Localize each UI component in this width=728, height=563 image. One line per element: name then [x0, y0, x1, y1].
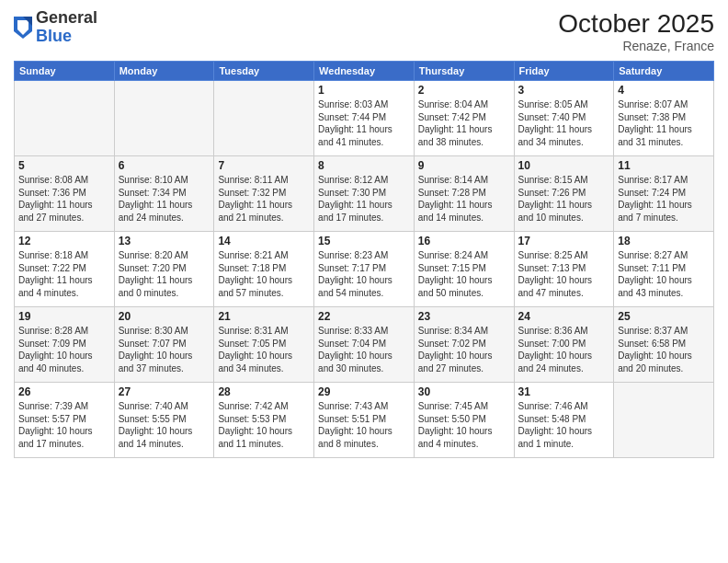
- table-row: 4Sunrise: 8:07 AM Sunset: 7:38 PM Daylig…: [614, 81, 714, 156]
- page: General Blue October 2025 Renaze, France…: [0, 0, 728, 563]
- month-title: October 2025: [558, 9, 714, 39]
- header-thursday: Thursday: [414, 62, 514, 81]
- day-info: Sunrise: 8:27 AM Sunset: 7:11 PM Dayligh…: [618, 249, 710, 299]
- table-row: 12Sunrise: 8:18 AM Sunset: 7:22 PM Dayli…: [15, 232, 115, 307]
- table-row: 19Sunrise: 8:28 AM Sunset: 7:09 PM Dayli…: [15, 307, 115, 383]
- table-row: [214, 81, 314, 156]
- header-tuesday: Tuesday: [214, 62, 314, 81]
- day-info: Sunrise: 8:34 AM Sunset: 7:02 PM Dayligh…: [418, 325, 510, 374]
- day-number: 13: [119, 235, 210, 247]
- day-info: Sunrise: 8:03 AM Sunset: 7:44 PM Dayligh…: [318, 98, 410, 148]
- day-number: 9: [418, 159, 510, 172]
- logo: General Blue: [14, 9, 97, 46]
- table-row: 13Sunrise: 8:20 AM Sunset: 7:20 PM Dayli…: [114, 232, 214, 307]
- day-info: Sunrise: 8:21 AM Sunset: 7:18 PM Dayligh…: [218, 249, 310, 299]
- day-number: 25: [618, 310, 710, 323]
- day-info: Sunrise: 8:10 AM Sunset: 7:34 PM Dayligh…: [119, 174, 210, 224]
- day-info: Sunrise: 8:24 AM Sunset: 7:15 PM Dayligh…: [418, 249, 510, 299]
- header-saturday: Saturday: [614, 62, 714, 81]
- table-row: 25Sunrise: 8:37 AM Sunset: 6:58 PM Dayli…: [614, 307, 714, 383]
- calendar-week-row: 26Sunrise: 7:39 AM Sunset: 5:57 PM Dayli…: [15, 383, 714, 458]
- table-row: 9Sunrise: 8:14 AM Sunset: 7:28 PM Daylig…: [414, 156, 514, 232]
- day-info: Sunrise: 8:11 AM Sunset: 7:32 PM Dayligh…: [218, 174, 310, 224]
- day-number: 27: [119, 385, 210, 398]
- day-info: Sunrise: 7:42 AM Sunset: 5:53 PM Dayligh…: [218, 400, 310, 450]
- day-info: Sunrise: 8:05 AM Sunset: 7:40 PM Dayligh…: [518, 98, 610, 148]
- day-info: Sunrise: 8:30 AM Sunset: 7:07 PM Dayligh…: [119, 325, 210, 374]
- calendar-week-row: 12Sunrise: 8:18 AM Sunset: 7:22 PM Dayli…: [15, 232, 714, 307]
- day-number: 6: [119, 159, 210, 172]
- day-number: 23: [418, 310, 510, 323]
- table-row: 16Sunrise: 8:24 AM Sunset: 7:15 PM Dayli…: [414, 232, 514, 307]
- day-number: 30: [418, 385, 510, 398]
- day-info: Sunrise: 7:45 AM Sunset: 5:50 PM Dayligh…: [418, 400, 510, 450]
- day-number: 21: [218, 310, 310, 323]
- header-wednesday: Wednesday: [314, 62, 415, 81]
- day-info: Sunrise: 7:40 AM Sunset: 5:55 PM Dayligh…: [119, 400, 210, 450]
- header: General Blue October 2025 Renaze, France: [14, 9, 714, 53]
- table-row: 11Sunrise: 8:17 AM Sunset: 7:24 PM Dayli…: [614, 156, 714, 232]
- day-number: 11: [618, 159, 710, 172]
- table-row: 5Sunrise: 8:08 AM Sunset: 7:36 PM Daylig…: [15, 156, 115, 232]
- day-info: Sunrise: 8:17 AM Sunset: 7:24 PM Dayligh…: [618, 174, 710, 224]
- day-number: 16: [418, 235, 510, 247]
- day-info: Sunrise: 8:23 AM Sunset: 7:17 PM Dayligh…: [318, 249, 410, 299]
- calendar-week-row: 1Sunrise: 8:03 AM Sunset: 7:44 PM Daylig…: [15, 81, 714, 156]
- day-info: Sunrise: 8:18 AM Sunset: 7:22 PM Dayligh…: [18, 249, 110, 299]
- day-number: 28: [218, 385, 310, 398]
- table-row: 17Sunrise: 8:25 AM Sunset: 7:13 PM Dayli…: [514, 232, 614, 307]
- calendar-header-row: Sunday Monday Tuesday Wednesday Thursday…: [15, 62, 714, 81]
- day-number: 24: [518, 310, 610, 323]
- day-info: Sunrise: 8:37 AM Sunset: 6:58 PM Dayligh…: [618, 325, 710, 374]
- day-number: 10: [518, 159, 610, 172]
- table-row: 3Sunrise: 8:05 AM Sunset: 7:40 PM Daylig…: [514, 81, 614, 156]
- day-info: Sunrise: 8:12 AM Sunset: 7:30 PM Dayligh…: [318, 174, 410, 224]
- table-row: 20Sunrise: 8:30 AM Sunset: 7:07 PM Dayli…: [114, 307, 214, 383]
- day-number: 15: [318, 235, 410, 247]
- day-info: Sunrise: 7:43 AM Sunset: 5:51 PM Dayligh…: [318, 400, 410, 450]
- day-info: Sunrise: 8:36 AM Sunset: 7:00 PM Dayligh…: [518, 325, 610, 374]
- table-row: 21Sunrise: 8:31 AM Sunset: 7:05 PM Dayli…: [214, 307, 314, 383]
- logo-general-text: General: [36, 8, 97, 27]
- day-number: 12: [18, 235, 110, 247]
- header-sunday: Sunday: [15, 62, 115, 81]
- day-info: Sunrise: 8:07 AM Sunset: 7:38 PM Dayligh…: [618, 98, 710, 148]
- day-number: 29: [318, 385, 410, 398]
- day-number: 1: [318, 84, 410, 97]
- table-row: 26Sunrise: 7:39 AM Sunset: 5:57 PM Dayli…: [15, 383, 115, 458]
- table-row: [614, 383, 714, 458]
- day-info: Sunrise: 8:28 AM Sunset: 7:09 PM Dayligh…: [18, 325, 110, 374]
- calendar: Sunday Monday Tuesday Wednesday Thursday…: [14, 61, 714, 458]
- table-row: 2Sunrise: 8:04 AM Sunset: 7:42 PM Daylig…: [414, 81, 514, 156]
- day-number: 4: [618, 84, 710, 97]
- table-row: 1Sunrise: 8:03 AM Sunset: 7:44 PM Daylig…: [314, 81, 415, 156]
- day-info: Sunrise: 7:46 AM Sunset: 5:48 PM Dayligh…: [518, 400, 610, 450]
- table-row: 29Sunrise: 7:43 AM Sunset: 5:51 PM Dayli…: [314, 383, 415, 458]
- table-row: 22Sunrise: 8:33 AM Sunset: 7:04 PM Dayli…: [314, 307, 415, 383]
- table-row: 6Sunrise: 8:10 AM Sunset: 7:34 PM Daylig…: [114, 156, 214, 232]
- day-number: 3: [518, 84, 610, 97]
- title-area: October 2025 Renaze, France: [558, 9, 714, 53]
- location: Renaze, France: [558, 39, 714, 53]
- table-row: [114, 81, 214, 156]
- day-number: 31: [518, 385, 610, 398]
- calendar-week-row: 5Sunrise: 8:08 AM Sunset: 7:36 PM Daylig…: [15, 156, 714, 232]
- calendar-week-row: 19Sunrise: 8:28 AM Sunset: 7:09 PM Dayli…: [15, 307, 714, 383]
- table-row: 15Sunrise: 8:23 AM Sunset: 7:17 PM Dayli…: [314, 232, 415, 307]
- logo-icon: [14, 17, 32, 39]
- table-row: 23Sunrise: 8:34 AM Sunset: 7:02 PM Dayli…: [414, 307, 514, 383]
- day-info: Sunrise: 8:25 AM Sunset: 7:13 PM Dayligh…: [518, 249, 610, 299]
- day-info: Sunrise: 8:20 AM Sunset: 7:20 PM Dayligh…: [119, 249, 210, 299]
- day-info: Sunrise: 8:15 AM Sunset: 7:26 PM Dayligh…: [518, 174, 610, 224]
- table-row: 8Sunrise: 8:12 AM Sunset: 7:30 PM Daylig…: [314, 156, 415, 232]
- day-number: 26: [18, 385, 110, 398]
- table-row: 10Sunrise: 8:15 AM Sunset: 7:26 PM Dayli…: [514, 156, 614, 232]
- day-number: 5: [18, 159, 110, 172]
- day-number: 17: [518, 235, 610, 247]
- day-info: Sunrise: 8:14 AM Sunset: 7:28 PM Dayligh…: [418, 174, 510, 224]
- header-friday: Friday: [514, 62, 614, 81]
- logo-blue-text: Blue: [36, 27, 72, 45]
- day-number: 14: [218, 235, 310, 247]
- day-number: 22: [318, 310, 410, 323]
- header-monday: Monday: [114, 62, 214, 81]
